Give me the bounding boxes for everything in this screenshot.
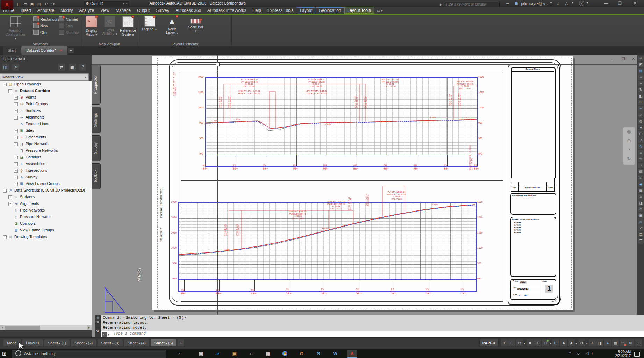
- graphics-performance-icon[interactable]: ▦: [612, 339, 619, 346]
- north-arrow-button[interactable]: ▲ North Arrow ▼: [163, 16, 181, 35]
- tree-expander-icon[interactable]: +: [14, 129, 18, 133]
- tree-item-pipe-networks[interactable]: +∏Pipe Networks: [0, 141, 92, 147]
- taskbar-autocad-icon[interactable]: A: [347, 350, 357, 358]
- annotation-plus-icon[interactable]: +: [589, 339, 596, 346]
- right-toolbar-icon-16[interactable]: ✣: [638, 156, 644, 162]
- taskbar-store-icon[interactable]: ⌂: [246, 350, 257, 358]
- layout-tab-sheet-3-[interactable]: Sheet - (3): [98, 339, 123, 346]
- panel-label-viewports[interactable]: Viewports: [0, 42, 81, 46]
- ribbon-tab-express-tools[interactable]: Express Tools: [264, 7, 296, 14]
- a360-icon[interactable]: △: [565, 1, 568, 6]
- legend-button[interactable]: ▪—▪—▪— Legend ▼: [141, 16, 159, 31]
- viewport-configuration-button[interactable]: Viewport Configuration ▼: [3, 16, 28, 41]
- tree-item-corridors[interactable]: +◪Corridors: [0, 154, 92, 160]
- help-search[interactable]: ▶: [440, 1, 500, 6]
- right-toolbar-icon-23[interactable]: ◨: [638, 200, 644, 206]
- command-window-grip[interactable]: ⣿ ✕ ⚙: [95, 315, 101, 337]
- new-viewport-button[interactable]: New: [33, 23, 48, 29]
- layout-tab-sheet-4-[interactable]: Sheet - (4): [124, 339, 149, 346]
- tree-item-surfaces[interactable]: +⌂Surfaces: [0, 194, 92, 200]
- ribbon-tab-autodesk-360[interactable]: Autodesk 360: [172, 7, 204, 14]
- tree-item-alignments[interactable]: +↝Alignments: [0, 114, 92, 121]
- ribbon-tab-autodesk-infraworks[interactable]: Autodesk InfraWorks: [204, 7, 249, 14]
- tree-item-data-shortcuts-c-civil-3d-proj[interactable]: -↗Data Shortcuts [C:\Civil 3D Projects\D…: [0, 187, 92, 194]
- tree-item-catchments[interactable]: +◑Catchments: [0, 134, 92, 141]
- tree-expander-icon[interactable]: +: [14, 109, 18, 113]
- panel-label-map-viewport[interactable]: Map Viewport: [81, 42, 138, 46]
- annotation-visibility-icon[interactable]: ⊡: [552, 339, 559, 346]
- customization-icon[interactable]: ☰: [635, 339, 642, 346]
- osnap-tracking-icon[interactable]: ✕: [527, 339, 534, 346]
- display-maps-button[interactable]: ≈ Display Maps ▼: [83, 16, 101, 37]
- toolspace-view-selector[interactable]: Master View˅: [0, 73, 89, 81]
- polar-tracking-icon[interactable]: ⊙: [516, 339, 523, 346]
- dropdown-icon[interactable]: ▼: [586, 342, 588, 345]
- side-tab-survey[interactable]: Survey: [92, 135, 101, 161]
- annotation-monitor-icon[interactable]: ◠: [620, 339, 627, 346]
- taskbar-outlook-icon[interactable]: O: [296, 350, 307, 358]
- start-button[interactable]: ⊞: [2, 351, 7, 357]
- dropdown-icon[interactable]: ▼: [575, 342, 578, 345]
- ribbon-tab-help[interactable]: Help: [249, 7, 264, 14]
- help-dropdown-icon[interactable]: ▼: [586, 1, 589, 5]
- scroll-left-icon[interactable]: ◄: [0, 325, 5, 330]
- layout-tab-layout1[interactable]: Layout1: [22, 339, 43, 346]
- command-close-icon[interactable]: ✕: [95, 320, 101, 324]
- ribbon-display-toggle-icon[interactable]: ▭ ▾: [374, 8, 386, 14]
- tree-item-dataset-corridor[interactable]: -▤Dataset Corridor: [0, 87, 92, 94]
- object-snap-icon[interactable]: □: [542, 339, 549, 346]
- taskbar-explorer-icon[interactable]: ▤: [229, 350, 240, 358]
- side-tab-toolbox[interactable]: Toolbox: [92, 163, 101, 189]
- right-toolbar-icon-13[interactable]: ⊿: [638, 137, 644, 143]
- snap-mode-icon[interactable]: +: [501, 339, 508, 346]
- right-toolbar-icon-15[interactable]: ⌂: [638, 150, 644, 156]
- new-drawing-tab-icon[interactable]: +: [68, 48, 74, 53]
- layout-tab-sheet-1-[interactable]: Sheet - (1): [44, 339, 70, 346]
- reference-system-button[interactable]: Reference System: [119, 16, 137, 36]
- right-toolbar-icon-9[interactable]: △: [638, 112, 644, 118]
- side-tab-prospector[interactable]: Prospector: [92, 65, 101, 105]
- right-toolbar-icon-4[interactable]: ⌖: [638, 81, 644, 86]
- tree-item-survey[interactable]: +⋔Survey: [0, 174, 92, 180]
- right-toolbar-icon-6[interactable]: ◧: [638, 93, 644, 99]
- right-toolbar-icon-11[interactable]: ✱: [638, 125, 644, 130]
- tree-expander-icon[interactable]: -: [3, 83, 7, 86]
- tree-item-points[interactable]: +⊕Points: [0, 94, 92, 101]
- tree-expander-icon[interactable]: +: [14, 176, 18, 179]
- right-toolbar-icon-20[interactable]: ◆: [638, 181, 644, 187]
- toolspace-scrollbar[interactable]: ◄ ►: [0, 325, 92, 330]
- layout-tab-sheet-2-[interactable]: Sheet - (2): [71, 339, 96, 346]
- tree-expander-icon[interactable]: +: [14, 102, 18, 106]
- autoscale-icon[interactable]: ♟: [560, 339, 567, 346]
- tree-expander-icon[interactable]: +: [14, 96, 18, 100]
- tree-expander-icon[interactable]: -: [3, 189, 7, 193]
- taskbar-edge-icon[interactable]: e: [213, 350, 223, 358]
- named-button[interactable]: Named: [59, 16, 78, 22]
- panorama-icon[interactable]: ▦: [68, 63, 76, 71]
- right-toolbar-icon-27[interactable]: ∠: [638, 225, 644, 231]
- ribbon-tab-modify[interactable]: Modify: [57, 7, 76, 14]
- tree-expander-icon[interactable]: +: [14, 142, 18, 146]
- ribbon-tab-layout[interactable]: Layout: [296, 7, 315, 14]
- dynamic-input-icon[interactable]: ∠: [534, 339, 541, 346]
- right-toolbar-icon-2[interactable]: ▥: [638, 68, 644, 74]
- refresh-icon[interactable]: ↻: [12, 63, 20, 71]
- open-drawing-icon[interactable]: ◫: [1, 63, 9, 71]
- right-toolbar-icon-8[interactable]: ✧: [638, 106, 644, 112]
- dropdown-icon[interactable]: ▼: [523, 342, 526, 345]
- right-toolbar-icon-25[interactable]: ▣: [638, 213, 644, 219]
- file-tab-close-icon[interactable]: ✕: [59, 49, 62, 52]
- tree-item-feature-lines[interactable]: ∿Feature Lines: [0, 121, 92, 127]
- right-toolbar-icon-17[interactable]: ◔: [638, 163, 644, 168]
- tree-item-point-groups[interactable]: +⊡Point Groups: [0, 101, 92, 107]
- right-toolbar-icon-0[interactable]: ✚: [638, 56, 644, 61]
- restore-button-panel[interactable]: Restore: [59, 29, 79, 36]
- ribbon-tab-geolocation[interactable]: Geolocation: [315, 7, 344, 14]
- workspace-selector[interactable]: ⚙ Civil 3D ▼ ≡: [84, 1, 129, 7]
- ribbon-tab-manage[interactable]: Manage: [113, 7, 134, 14]
- account-dropdown-icon[interactable]: ▼: [550, 1, 552, 5]
- dropdown-icon[interactable]: ▼: [549, 342, 552, 345]
- tree-item-alignments[interactable]: +↝Alignments: [0, 200, 92, 207]
- taskbar-mic-icon[interactable]: ♁: [174, 350, 185, 358]
- tree-item-surfaces[interactable]: +⌂Surfaces: [0, 107, 92, 114]
